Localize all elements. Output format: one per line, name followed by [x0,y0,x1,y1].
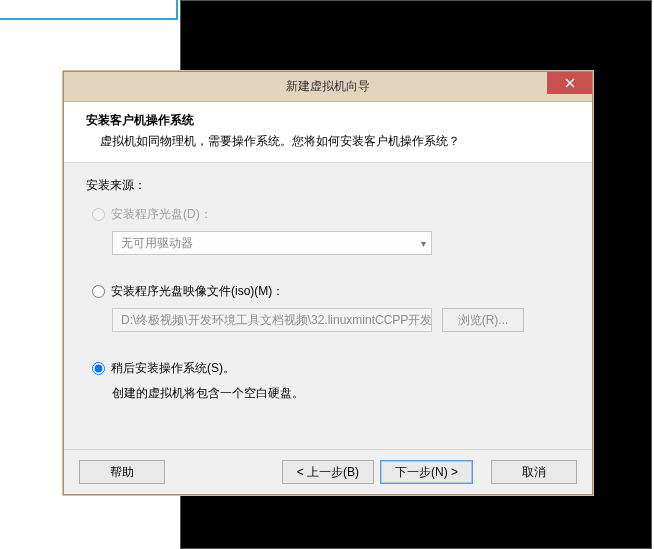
radio-disc [92,208,105,221]
header-title: 安装客户机操作系统 [86,112,570,129]
cancel-button-label: 取消 [522,464,546,481]
titlebar: 新建虚拟机向导 [64,72,592,102]
cancel-button[interactable]: 取消 [491,460,577,484]
browse-button: 浏览(R)... [442,308,524,332]
iso-row: D:\终极视频\开发环境工具文档视频\32.linuxmintCCPP开发 ▾ … [112,308,570,332]
content-area: 安装来源： 安装程序光盘(D)： 无可用驱动器 ▾ 安装程序光盘映像文件(iso… [64,163,592,412]
radio-disc-label: 安装程序光盘(D)： [111,206,212,223]
radio-iso[interactable] [92,285,105,298]
radio-later-label: 稍后安装操作系统(S)。 [111,360,235,377]
radio-later[interactable] [92,362,105,375]
iso-path-combo: D:\终极视频\开发环境工具文档视频\32.linuxmintCCPP开发 ▾ [112,308,432,332]
header-panel: 安装客户机操作系统 虚拟机如同物理机，需要操作系统。您将如何安装客户机操作系统？ [64,102,592,163]
radio-option-iso[interactable]: 安装程序光盘映像文件(iso)(M)： [86,283,570,300]
window-frame-fragment [0,0,178,20]
next-button-label: 下一步(N) > [395,464,458,481]
drive-select-text: 无可用驱动器 [121,235,193,252]
chevron-down-icon: ▾ [421,238,426,249]
radio-option-later[interactable]: 稍后安装操作系统(S)。 [86,360,570,377]
app-background: 新建虚拟机向导 安装客户机操作系统 虚拟机如同物理机，需要操作系统。您将如何安装… [0,0,654,549]
drive-select: 无可用驱动器 ▾ [112,231,432,255]
help-button-label: 帮助 [110,464,134,481]
help-button[interactable]: 帮助 [79,460,165,484]
iso-path-text: D:\终极视频\开发环境工具文档视频\32.linuxmintCCPP开发 [121,312,432,329]
new-vm-wizard-dialog: 新建虚拟机向导 安装客户机操作系统 虚拟机如同物理机，需要操作系统。您将如何安装… [63,71,593,495]
footer: 帮助 < 上一步(B) 下一步(N) > 取消 [64,449,592,494]
radio-option-disc: 安装程序光盘(D)： [86,206,570,223]
dialog-title: 新建虚拟机向导 [64,78,592,95]
back-button-label: < 上一步(B) [297,464,359,481]
next-button[interactable]: 下一步(N) > [380,460,473,484]
close-icon [565,78,575,88]
browse-button-label: 浏览(R)... [458,312,509,329]
source-label: 安装来源： [86,177,570,194]
header-subtitle: 虚拟机如同物理机，需要操作系统。您将如何安装客户机操作系统？ [86,133,570,150]
close-button[interactable] [547,72,592,94]
back-button[interactable]: < 上一步(B) [282,460,374,484]
later-hint: 创建的虚拟机将包含一个空白硬盘。 [112,385,570,402]
radio-iso-label: 安装程序光盘映像文件(iso)(M)： [111,283,284,300]
